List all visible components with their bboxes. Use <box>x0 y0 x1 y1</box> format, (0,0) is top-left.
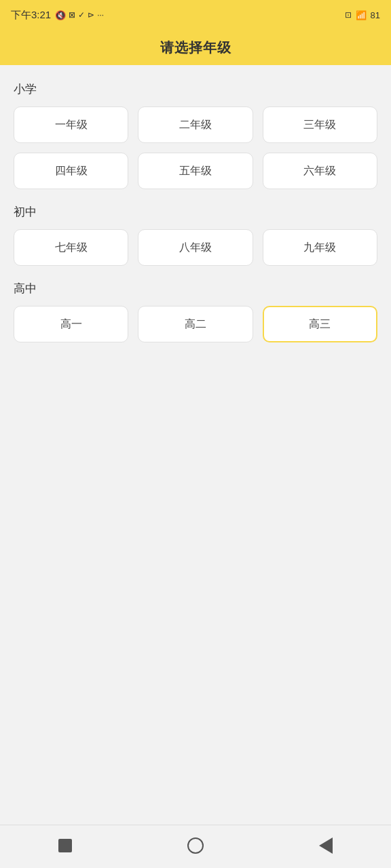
primary-section: 小学 一年级 二年级 三年级 四年级 五年级 六年级 <box>14 81 377 189</box>
wifi-icon: 📶 <box>356 10 367 20</box>
page-header: 请选择年级 <box>0 30 391 65</box>
grade-12-button[interactable]: 高三 <box>263 306 377 342</box>
home-icon <box>187 837 204 854</box>
status-bar: 下午3:21 🔇 ⊠ ✓ ⊳ ··· ⊡ 📶 81 <box>0 0 391 30</box>
primary-grade-grid: 一年级 二年级 三年级 四年级 五年级 六年级 <box>14 106 377 189</box>
back-button[interactable] <box>311 831 341 861</box>
grade-11-button[interactable]: 高二 <box>138 306 253 342</box>
back-icon <box>319 837 333 854</box>
status-indicators: ⊡ 📶 81 <box>345 10 380 20</box>
grade-1-button[interactable]: 一年级 <box>14 106 128 143</box>
grade-9-button[interactable]: 九年级 <box>263 229 377 266</box>
grade-3-button[interactable]: 三年级 <box>263 106 377 143</box>
main-content: 小学 一年级 二年级 三年级 四年级 五年级 六年级 初中 七年级 八年级 九年… <box>0 65 391 825</box>
grade-5-button[interactable]: 五年级 <box>138 153 253 189</box>
grade-10-button[interactable]: 高一 <box>14 306 128 342</box>
recent-apps-button[interactable] <box>50 831 80 861</box>
primary-label: 小学 <box>14 81 377 97</box>
grade-4-button[interactable]: 四年级 <box>14 153 128 189</box>
middle-section: 初中 七年级 八年级 九年级 <box>14 204 377 266</box>
more-icon: ··· <box>97 10 104 20</box>
high-section: 高中 高一 高二 高三 <box>14 281 377 342</box>
grade-2-button[interactable]: 二年级 <box>138 106 253 143</box>
signal-icons: 🔇 ⊠ ✓ ⊳ ··· <box>55 10 104 20</box>
grade-6-button[interactable]: 六年级 <box>263 153 377 189</box>
navigation-bar <box>0 825 391 868</box>
screen-record-icon: ⊡ <box>345 10 352 20</box>
middle-grade-grid: 七年级 八年级 九年级 <box>14 229 377 266</box>
status-time: 下午3:21 🔇 ⊠ ✓ ⊳ ··· <box>11 9 104 22</box>
recent-apps-icon <box>58 839 72 852</box>
page-title: 请选择年级 <box>160 39 231 57</box>
check-icon: ✓ <box>78 10 85 20</box>
grade-7-button[interactable]: 七年级 <box>14 229 128 266</box>
high-grade-grid: 高一 高二 高三 <box>14 306 377 342</box>
home-button[interactable] <box>181 831 210 861</box>
grade-8-button[interactable]: 八年级 <box>138 229 253 266</box>
nfc-icon: ⊠ <box>69 10 75 20</box>
battery-indicator: 81 <box>371 10 380 20</box>
high-label: 高中 <box>14 281 377 296</box>
bluetooth-icon: ⊳ <box>88 10 94 20</box>
sim-icon: 🔇 <box>55 10 66 20</box>
middle-label: 初中 <box>14 204 377 220</box>
